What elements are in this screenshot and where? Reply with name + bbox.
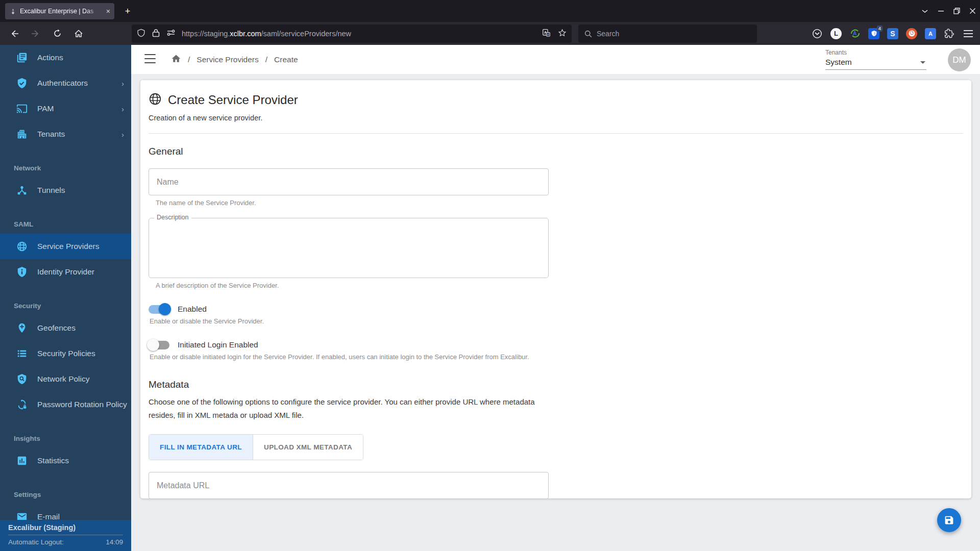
url-bar[interactable]: https://staging.xclbr.com/saml/servicePr…	[132, 24, 572, 43]
pocket-icon[interactable]	[812, 28, 823, 39]
tenants-icon	[16, 128, 28, 140]
window-restore-button[interactable]	[953, 8, 960, 14]
lock-icon[interactable]	[152, 29, 160, 39]
initiated-login-helper: Enable or disable initiated login for th…	[150, 353, 963, 361]
chevron-right-icon: ›	[121, 105, 124, 113]
enabled-toggle[interactable]	[149, 305, 169, 314]
reload-button[interactable]	[49, 26, 65, 42]
caret-down-icon	[920, 61, 925, 64]
bookmark-star-icon[interactable]	[558, 29, 567, 39]
identity-provider-icon	[16, 266, 28, 278]
window-close-button[interactable]	[969, 8, 976, 14]
service-providers-globe-icon	[16, 240, 28, 253]
breadcrumb-item-create: Create	[274, 55, 298, 64]
svg-text:F: F	[547, 33, 549, 36]
back-button[interactable]	[6, 26, 22, 42]
sidebar-item-identity-provider[interactable]: Identity Provider	[0, 259, 131, 285]
sidebar-item-tenants[interactable]: Tenants ›	[0, 121, 131, 147]
avatar[interactable]: DM	[948, 48, 971, 71]
sidebar-item-authenticators[interactable]: Authenticators ›	[0, 70, 131, 96]
window-minimize-button[interactable]	[938, 8, 944, 14]
sidebar: Actions Authenticators › PAM › Tenants ›…	[0, 45, 131, 551]
browser-navbar: https://staging.xclbr.com/saml/servicePr…	[0, 22, 980, 45]
search-icon	[584, 30, 592, 38]
description-helper: A brief description of the Service Provi…	[156, 282, 963, 289]
auto-logout-label: Automatic Logout:	[8, 538, 64, 546]
search-placeholder: Search	[597, 30, 619, 38]
tab-close-icon[interactable]: ×	[106, 7, 110, 15]
enabled-helper: Enable or disable the Service Provider.	[150, 317, 963, 325]
fill-metadata-url-tab[interactable]: FILL IN METADATA URL	[149, 435, 253, 460]
create-service-provider-card: Create Service Provider Creation of a ne…	[140, 80, 971, 498]
sidebar-item-service-providers[interactable]: Service Providers	[0, 234, 131, 259]
password-rotation-icon	[16, 398, 28, 411]
network-policy-icon	[16, 373, 28, 385]
sidebar-item-actions[interactable]: Actions	[0, 45, 131, 70]
duckduckgo-icon[interactable]	[906, 28, 917, 39]
menu-hamburger-icon[interactable]	[963, 28, 974, 39]
chevron-right-icon: ›	[121, 130, 124, 139]
sidebar-item-security-policies[interactable]: Security Policies	[0, 341, 131, 366]
description-label: Description	[154, 214, 191, 221]
globe-icon	[149, 92, 162, 108]
initiated-login-toggle[interactable]	[149, 341, 169, 349]
sidebar-item-password-rotation-policy[interactable]: Password Rotation Policy	[0, 392, 131, 417]
translate-green-icon[interactable]: A	[849, 28, 861, 39]
auto-logout-timer: 14:09	[106, 538, 123, 546]
translate-page-icon[interactable]: AF	[542, 29, 551, 39]
history-clock-icon[interactable]: L	[830, 28, 842, 39]
breadcrumb-item-service-providers[interactable]: Service Providers	[197, 55, 258, 64]
statistics-icon	[16, 455, 28, 467]
extension-s-icon[interactable]: S	[887, 28, 898, 39]
search-bar[interactable]: Search	[578, 24, 757, 43]
bitwarden-icon[interactable]: 4	[868, 28, 879, 39]
initiated-login-label: Initiated Login Enabled	[178, 340, 258, 349]
forward-button[interactable]	[28, 26, 44, 42]
upload-xml-metadata-tab[interactable]: UPLOAD XML METADATA	[253, 435, 363, 460]
extensions-puzzle-icon[interactable]	[944, 28, 955, 39]
sidebar-item-pam[interactable]: PAM ›	[0, 96, 131, 121]
tracking-shield-icon[interactable]	[137, 29, 145, 39]
url-text[interactable]: https://staging.xclbr.com/saml/servicePr…	[182, 30, 538, 38]
svg-text:A: A	[853, 31, 856, 36]
tab-title: Excalibur Enterprise | Das	[20, 8, 104, 15]
sidebar-section-security: Security	[0, 297, 131, 315]
tenant-select-value: System	[825, 58, 852, 67]
bitwarden-badge: 4	[877, 26, 883, 32]
sidebar-section-network: Network	[0, 159, 131, 178]
metadata-mode-group: FILL IN METADATA URL UPLOAD XML METADATA	[149, 434, 363, 460]
favicon-icon	[9, 8, 16, 15]
metadata-section-heading: Metadata	[149, 379, 963, 390]
save-button[interactable]	[937, 508, 961, 532]
description-textarea[interactable]	[149, 218, 548, 278]
page-title: Create Service Provider	[168, 93, 298, 107]
metadata-url-input[interactable]	[149, 472, 549, 498]
breadcrumb-home-icon[interactable]	[171, 54, 181, 66]
description-field: Description	[149, 218, 549, 278]
tunnels-icon	[16, 184, 28, 196]
name-input[interactable]	[149, 168, 549, 195]
authenticators-icon	[16, 77, 28, 89]
security-policies-icon	[16, 347, 28, 360]
tenant-select-label: Tenants	[825, 49, 926, 56]
browser-tab[interactable]: Excalibur Enterprise | Das ×	[5, 3, 114, 19]
sidebar-item-tunnels[interactable]: Tunnels	[0, 178, 131, 203]
enabled-label: Enabled	[178, 305, 207, 314]
save-icon	[944, 515, 954, 525]
sidebar-item-geofences[interactable]: Geofences	[0, 315, 131, 341]
tenant-select[interactable]: Tenants System	[825, 49, 926, 70]
page-subtitle: Creation of a new service provider.	[149, 114, 963, 122]
tab-list-chevron-icon[interactable]	[921, 8, 928, 15]
actions-icon	[16, 52, 28, 64]
chevron-right-icon: ›	[121, 79, 124, 88]
pam-icon	[16, 103, 28, 115]
environment-label: Excalibur (Staging)	[8, 523, 123, 532]
new-tab-button[interactable]: +	[120, 4, 135, 18]
sidebar-item-network-policy[interactable]: Network Policy	[0, 366, 131, 392]
home-button[interactable]	[70, 26, 87, 42]
name-helper: The name of the Service Provider.	[156, 199, 963, 207]
translate-blue-icon[interactable]: A	[925, 28, 936, 39]
sidebar-toggle-button[interactable]	[144, 54, 156, 63]
sidebar-item-statistics[interactable]: Statistics	[0, 448, 131, 473]
permissions-icon[interactable]	[166, 29, 176, 38]
